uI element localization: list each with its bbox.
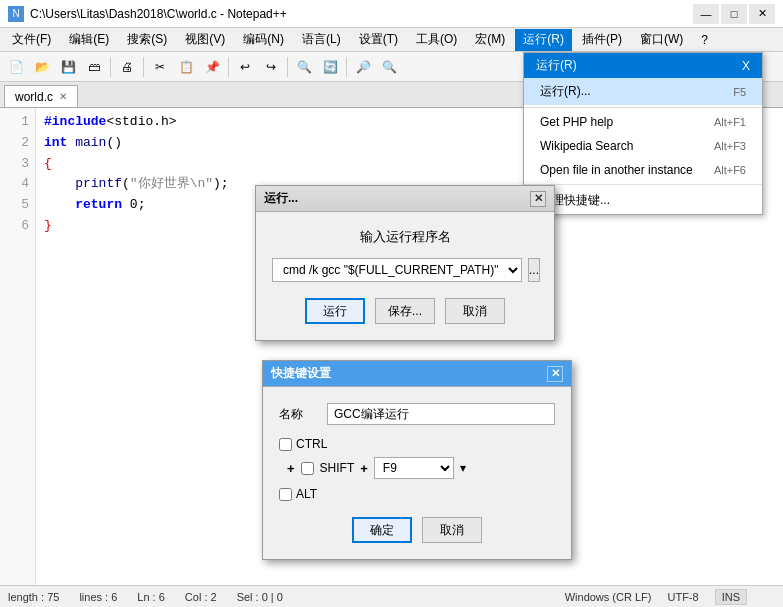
minimize-button[interactable]: —	[693, 4, 719, 24]
line-num-6: 6	[6, 216, 29, 237]
menu-run[interactable]: 运行(R)	[515, 29, 572, 51]
key-select[interactable]: F9 F1 F2 F3 F4 F5	[374, 457, 454, 479]
dropdown-close-btn[interactable]: X	[742, 59, 750, 73]
shortcut-dialog-buttons: 确定 取消	[279, 517, 555, 543]
run-item-shortcut: F5	[733, 86, 746, 98]
shortcut-dialog-title: 快捷键设置	[271, 365, 331, 382]
run-dialog-titlebar: 运行... ✕	[256, 186, 554, 212]
plus-icon-1: +	[287, 461, 295, 476]
menu-settings[interactable]: 设置(T)	[351, 29, 406, 51]
cut-button[interactable]: ✂	[148, 55, 172, 79]
replace-button[interactable]: 🔄	[318, 55, 342, 79]
menu-window[interactable]: 窗口(W)	[632, 29, 691, 51]
copy-button[interactable]: 📋	[174, 55, 198, 79]
window-controls[interactable]: — □ ✕	[693, 4, 775, 24]
ctrl-checkbox[interactable]	[279, 438, 292, 451]
menu-edit[interactable]: 编辑(E)	[61, 29, 117, 51]
shift-label: SHIFT	[320, 461, 355, 475]
save-all-button[interactable]: 🗃	[82, 55, 106, 79]
undo-button[interactable]: ↩	[233, 55, 257, 79]
run-dropdown-menu: 运行(R) X 运行(R)... F5 Get PHP help Alt+F1 …	[523, 52, 763, 215]
menu-file[interactable]: 文件(F)	[4, 29, 59, 51]
redo-button[interactable]: ↪	[259, 55, 283, 79]
paste-button[interactable]: 📌	[200, 55, 224, 79]
open-button[interactable]: 📂	[30, 55, 54, 79]
run-cancel-button[interactable]: 取消	[445, 298, 505, 324]
run-run-button[interactable]: 运行	[305, 298, 365, 324]
plus-icon-2: +	[360, 461, 368, 476]
shortcut-dialog-body: 名称 CTRL + SHIFT + F9 F1 F2 F3 F4 F5	[263, 387, 571, 559]
wiki-item-label: Wikipedia Search	[540, 139, 633, 153]
dropdown-item-php[interactable]: Get PHP help Alt+F1	[524, 110, 762, 134]
zoom-in-button[interactable]: 🔎	[351, 55, 375, 79]
menu-plugins[interactable]: 插件(P)	[574, 29, 630, 51]
shortcut-ok-button[interactable]: 确定	[352, 517, 412, 543]
run-dialog: 运行... ✕ 输入运行程序名 cmd /k gcc "$(FULL_CURRE…	[255, 185, 555, 341]
run-program-input[interactable]: cmd /k gcc "$(FULL_CURRENT_PATH)"	[272, 258, 522, 282]
maximize-button[interactable]: □	[721, 4, 747, 24]
print-button[interactable]: 🖨	[115, 55, 139, 79]
run-browse-button[interactable]: ...	[528, 258, 540, 282]
line-num-2: 2	[6, 133, 29, 154]
dropdown-item-openfile[interactable]: Open file in another instance Alt+F6	[524, 158, 762, 182]
shift-checkbox[interactable]	[301, 462, 314, 475]
status-sel: Sel : 0 | 0	[237, 591, 283, 603]
run-save-button[interactable]: 保存...	[375, 298, 435, 324]
zoom-out-button[interactable]: 🔍	[377, 55, 401, 79]
alt-checkbox-row: ALT	[279, 487, 555, 501]
toolbar-sep-5	[346, 57, 347, 77]
save-button[interactable]: 💾	[56, 55, 80, 79]
dropdown-title: 运行(R)	[536, 57, 577, 74]
title-bar: N C:\Users\Litas\Dash2018\C\world.c - No…	[0, 0, 783, 28]
dropdown-item-run[interactable]: 运行(R)... F5	[524, 78, 762, 105]
toolbar-sep-4	[287, 57, 288, 77]
status-right: Windows (CR LF) UTF-8 INS	[565, 589, 775, 605]
dropdown-arrow-icon: ▾	[460, 461, 466, 475]
shortcut-dialog: 快捷键设置 ✕ 名称 CTRL + SHIFT + F9 F1 F2	[262, 360, 572, 560]
run-dialog-close[interactable]: ✕	[530, 191, 546, 207]
status-bar: length : 75 lines : 6 Ln : 6 Col : 2 Sel…	[0, 585, 783, 607]
run-input-row: cmd /k gcc "$(FULL_CURRENT_PATH)" ...	[272, 258, 538, 282]
menu-view[interactable]: 视图(V)	[177, 29, 233, 51]
menu-macro[interactable]: 宏(M)	[467, 29, 513, 51]
alt-checkbox[interactable]	[279, 488, 292, 501]
dropdown-header: 运行(R) X	[524, 53, 762, 78]
app-icon: N	[8, 6, 24, 22]
find-button[interactable]: 🔍	[292, 55, 316, 79]
title-bar-left: N C:\Users\Litas\Dash2018\C\world.c - No…	[8, 6, 287, 22]
menu-tools[interactable]: 工具(O)	[408, 29, 465, 51]
tab-world-c[interactable]: world.c ✕	[4, 85, 78, 107]
line-num-5: 5	[6, 195, 29, 216]
new-button[interactable]: 📄	[4, 55, 28, 79]
close-button[interactable]: ✕	[749, 4, 775, 24]
dropdown-sep-1	[524, 107, 762, 108]
menu-search[interactable]: 搜索(S)	[119, 29, 175, 51]
dropdown-item-manage[interactable]: 管理快捷键...	[524, 187, 762, 214]
dropdown-sep-2	[524, 184, 762, 185]
menu-lang[interactable]: 语言(L)	[294, 29, 349, 51]
name-label: 名称	[279, 406, 319, 423]
run-item-label: 运行(R)...	[540, 83, 591, 100]
toolbar-sep-3	[228, 57, 229, 77]
status-ln: Ln : 6	[137, 591, 165, 603]
line-numbers: 1 2 3 4 5 6	[0, 108, 36, 585]
window-title: C:\Users\Litas\Dash2018\C\world.c - Note…	[30, 7, 287, 21]
ctrl-label: CTRL	[296, 437, 327, 451]
line-num-3: 3	[6, 154, 29, 175]
tab-close-btn[interactable]: ✕	[59, 91, 67, 102]
php-item-label: Get PHP help	[540, 115, 613, 129]
run-dialog-label: 输入运行程序名	[272, 228, 538, 246]
shortcut-cancel-button[interactable]: 取消	[422, 517, 482, 543]
menu-encode[interactable]: 编码(N)	[235, 29, 292, 51]
key-row-1: + SHIFT + F9 F1 F2 F3 F4 F5 ▾	[279, 457, 555, 479]
shortcut-dialog-close[interactable]: ✕	[547, 366, 563, 382]
ctrl-checkbox-row: CTRL	[279, 437, 555, 451]
openfile-item-label: Open file in another instance	[540, 163, 693, 177]
status-charset: UTF-8	[667, 591, 698, 603]
dropdown-item-wiki[interactable]: Wikipedia Search Alt+F3	[524, 134, 762, 158]
name-input[interactable]	[327, 403, 555, 425]
status-mode: INS	[715, 589, 747, 605]
line-num-1: 1	[6, 112, 29, 133]
run-dialog-title: 运行...	[264, 190, 298, 207]
menu-help[interactable]: ?	[693, 29, 716, 51]
